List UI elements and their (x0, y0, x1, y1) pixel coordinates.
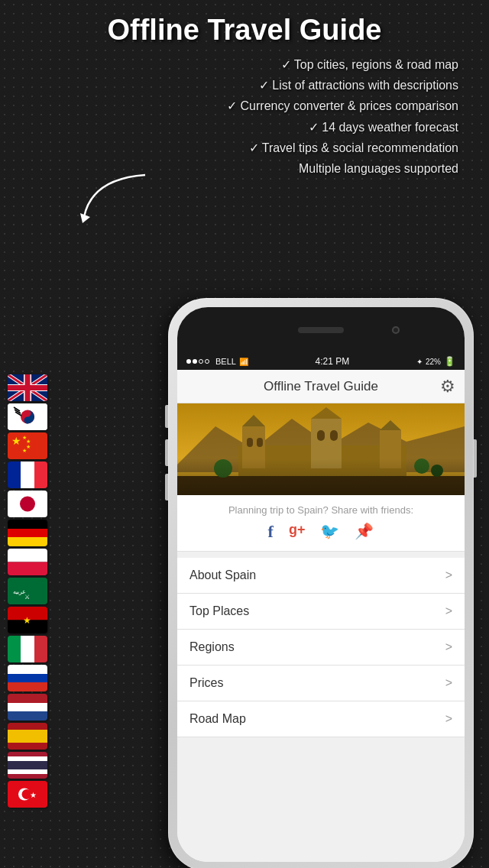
menu-item-label: About Spain (189, 568, 256, 582)
svg-text:★: ★ (23, 615, 31, 626)
arrow-section (0, 179, 489, 225)
social-share-text: Planning trip to Spain? Share with frien… (189, 504, 452, 516)
flag-turkey[interactable]: ★ (8, 781, 47, 808)
main-title: Offline Travel Guide (15, 14, 474, 47)
menu-item-about-spain[interactable]: About Spain > (177, 558, 465, 594)
chevron-right-icon: > (445, 568, 452, 582)
menu-item-label: Prices (189, 676, 223, 690)
phone-power-button (474, 439, 477, 478)
facebook-icon[interactable]: f (268, 522, 274, 542)
google-plus-icon[interactable]: g+ (289, 522, 306, 542)
flag-germany[interactable] (8, 520, 47, 546)
chevron-right-icon: > (445, 604, 452, 618)
banner-overlay (177, 403, 465, 495)
flag-netherlands[interactable] (8, 694, 47, 721)
svg-text:★: ★ (26, 439, 31, 444)
svg-rect-27 (8, 529, 47, 537)
phone-mockup: BELL 📶 4:21 PM ✦ 22% 🔋 Offline Travel Gu… (168, 298, 489, 868)
chevron-right-icon: > (445, 676, 452, 690)
menu-item-prices[interactable]: Prices > (177, 666, 465, 701)
chevron-right-icon: > (445, 712, 452, 726)
wifi-icon: 📶 (239, 358, 248, 366)
flag-france[interactable] (8, 462, 47, 488)
header-section: Offline Travel Guide ✓ Top cities, regio… (0, 0, 489, 179)
svg-rect-40 (8, 665, 47, 674)
phone-camera (392, 326, 400, 334)
feature-5: ✓ Travel tips & social recommendation (15, 138, 458, 158)
flags-column: ★ ★ ★ ★ ★ (8, 374, 47, 808)
status-time: 4:21 PM (316, 356, 350, 367)
flag-spain[interactable] (8, 723, 47, 750)
svg-rect-22 (21, 462, 34, 488)
spain-banner-image (177, 403, 465, 495)
flag-korea[interactable] (8, 403, 47, 430)
menu-item-regions[interactable]: Regions > (177, 630, 465, 666)
phone-speaker (298, 327, 344, 333)
phone-outer: BELL 📶 4:21 PM ✦ 22% 🔋 Offline Travel Gu… (168, 298, 474, 868)
svg-rect-47 (8, 730, 47, 743)
menu-item-label: Road Map (189, 712, 246, 726)
phone-volume-up-button (165, 439, 168, 466)
svg-rect-41 (8, 674, 47, 682)
social-icons-row: f g+ 🐦 📌 (189, 522, 452, 542)
svg-point-25 (20, 497, 35, 512)
flag-russia[interactable] (8, 665, 47, 691)
svg-rect-21 (8, 462, 21, 488)
carrier-name: BELL (215, 357, 236, 366)
flag-uk[interactable] (8, 374, 47, 401)
svg-rect-43 (8, 694, 47, 703)
svg-rect-29 (8, 549, 47, 562)
svg-text:★: ★ (11, 435, 21, 447)
menu-item-label: Regions (189, 640, 235, 654)
svg-rect-28 (8, 537, 47, 546)
svg-rect-30 (8, 562, 47, 576)
feature-2: ✓ List of attractions with descriptions (15, 75, 458, 96)
feature-4: ✓ 14 days weather forecast (15, 117, 458, 138)
battery-percent: 22% (426, 358, 441, 366)
svg-rect-50 (8, 756, 47, 761)
twitter-icon[interactable]: 🐦 (320, 522, 339, 542)
menu-list: About Spain > Top Places > Regions > Pri… (177, 558, 465, 737)
settings-icon[interactable]: ⚙ (440, 377, 455, 397)
svg-text:★: ★ (22, 448, 27, 453)
pinterest-icon[interactable]: 📌 (355, 522, 374, 542)
signal-dots (186, 359, 209, 364)
flag-thailand[interactable] (8, 752, 47, 779)
flag-angola[interactable]: ★ (8, 607, 47, 633)
svg-rect-44 (8, 703, 47, 711)
phone-screen: BELL 📶 4:21 PM ✦ 22% 🔋 Offline Travel Gu… (177, 307, 465, 862)
chevron-right-icon: > (445, 640, 452, 654)
bluetooth-icon: ✦ (416, 358, 423, 366)
flag-saudi-arabia[interactable]: عربيه ⚔ (8, 578, 47, 604)
svg-rect-38 (21, 636, 34, 662)
phone-mute-button (165, 405, 168, 428)
svg-rect-46 (8, 723, 47, 730)
status-bar: BELL 📶 4:21 PM ✦ 22% 🔋 (177, 353, 465, 370)
svg-text:★: ★ (30, 791, 37, 799)
app-header: Offline Travel Guide ⚙ (177, 370, 465, 403)
flag-china[interactable]: ★ ★ ★ ★ ★ (8, 432, 47, 459)
features-list: ✓ Top cities, regions & road map ✓ List … (15, 54, 474, 179)
svg-rect-39 (34, 636, 47, 662)
svg-rect-9 (25, 374, 31, 401)
signal-dot-4 (205, 359, 209, 364)
svg-rect-52 (8, 769, 47, 774)
battery-icon: 🔋 (444, 356, 455, 367)
social-share-section: Planning trip to Spain? Share with frien… (177, 495, 465, 552)
menu-item-road-map[interactable]: Road Map > (177, 701, 465, 737)
app-title: Offline Travel Guide (264, 379, 378, 394)
feature-3: ✓ Currency converter & prices comparison (15, 96, 458, 116)
menu-item-label: Top Places (189, 604, 249, 618)
flag-italy[interactable] (8, 636, 47, 662)
flag-japan[interactable] (8, 491, 47, 517)
flag-poland[interactable] (8, 549, 47, 575)
curved-arrow-icon (69, 171, 160, 225)
feature-1: ✓ Top cities, regions & road map (15, 54, 458, 75)
signal-dot-3 (199, 359, 203, 364)
status-right: ✦ 22% 🔋 (416, 356, 455, 367)
svg-rect-42 (8, 682, 47, 691)
app-content: Planning trip to Spain? Share with frien… (177, 403, 465, 862)
menu-item-top-places[interactable]: Top Places > (177, 594, 465, 630)
svg-rect-51 (8, 761, 47, 769)
phone-volume-down-button (165, 474, 168, 500)
